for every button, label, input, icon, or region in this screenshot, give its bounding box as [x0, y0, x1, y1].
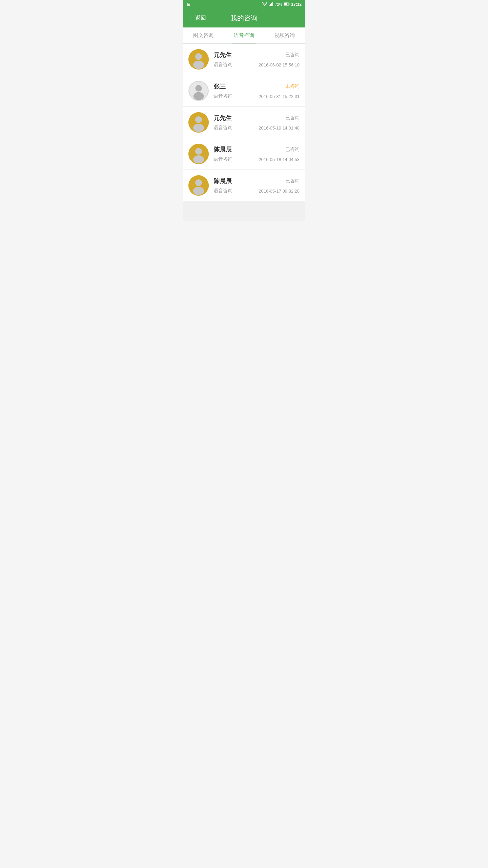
person-name: 元先生	[214, 114, 232, 122]
person-name: 张三	[214, 82, 226, 91]
status-badge: 已咨询	[285, 115, 300, 121]
svg-rect-0	[269, 5, 270, 6]
page-title: 我的咨询	[230, 14, 258, 23]
status-left: 🖥	[186, 2, 191, 7]
list-row-top: 陈晨辰 已咨询	[214, 145, 300, 154]
svg-rect-2	[271, 3, 272, 6]
consult-type: 语音咨询	[214, 125, 232, 131]
svg-point-18	[195, 148, 202, 155]
notification-icon: 🖥	[186, 2, 191, 7]
avatar	[188, 112, 209, 133]
list-row-top: 陈晨辰 已咨询	[214, 177, 300, 185]
svg-point-15	[195, 116, 202, 123]
status-badge: 已咨询	[285, 178, 300, 184]
tab-image-consult[interactable]: 图文咨询	[183, 27, 224, 43]
consult-time: 2016-06-02 15:56:10	[259, 62, 300, 67]
battery-text: 72%	[275, 2, 282, 6]
consult-list: 元先生 已咨询 语音咨询 2016-06-02 15:56:10 张三 未咨询	[183, 44, 305, 201]
battery-icon	[284, 2, 290, 6]
consult-time: 2016-05-31 15:22:31	[259, 94, 300, 99]
svg-rect-6	[289, 3, 290, 4]
svg-point-9	[193, 61, 204, 69]
consult-time: 2016-05-19 14:01:48	[259, 125, 300, 131]
back-button[interactable]: ← 返回	[188, 15, 206, 22]
list-item[interactable]: 张三 未咨询 语音咨询 2016-05-31 15:22:31	[183, 75, 305, 107]
list-item[interactable]: 陈晨辰 已咨询 语音咨询 2016-05-18 14:04:53	[183, 138, 305, 170]
status-badge: 已咨询	[285, 52, 300, 58]
signal-icon	[269, 2, 273, 7]
consult-type: 语音咨询	[214, 62, 232, 68]
status-right: 72% 17:12	[262, 2, 302, 7]
consult-time: 2016-05-18 14:04:53	[259, 157, 300, 162]
svg-point-21	[195, 179, 202, 186]
status-badge: 未咨询	[285, 83, 300, 90]
list-info: 陈晨辰 已咨询 语音咨询 2016-05-18 14:04:53	[214, 145, 300, 162]
list-item[interactable]: 元先生 已咨询 语音咨询 2016-05-19 14:01:48	[183, 107, 305, 138]
wifi-icon	[262, 2, 267, 7]
svg-rect-1	[270, 4, 271, 6]
list-item[interactable]: 陈晨辰 已咨询 语音咨询 2016-05-17 09:32:28	[183, 170, 305, 201]
list-item[interactable]: 元先生 已咨询 语音咨询 2016-06-02 15:56:10	[183, 44, 305, 75]
consult-type: 语音咨询	[214, 188, 232, 194]
list-row-top: 元先生 已咨询	[214, 51, 300, 59]
list-row-top: 元先生 已咨询	[214, 114, 300, 122]
list-row-bottom: 语音咨询 2016-05-19 14:01:48	[214, 125, 300, 131]
bottom-area	[183, 201, 305, 221]
person-name: 陈晨辰	[214, 177, 232, 185]
svg-point-11	[195, 85, 202, 92]
svg-point-16	[193, 124, 204, 132]
svg-rect-3	[272, 2, 273, 6]
avatar	[188, 144, 209, 164]
avatar	[188, 49, 209, 70]
svg-rect-5	[284, 3, 287, 5]
consult-time: 2016-05-17 09:32:28	[259, 189, 300, 194]
time-display: 17:12	[291, 2, 302, 7]
consult-type: 语音咨询	[214, 156, 232, 162]
list-row-bottom: 语音咨询 2016-05-31 15:22:31	[214, 93, 300, 99]
list-row-bottom: 语音咨询 2016-06-02 15:56:10	[214, 62, 300, 68]
person-name: 元先生	[214, 51, 232, 59]
list-row-bottom: 语音咨询 2016-05-17 09:32:28	[214, 188, 300, 194]
list-info: 张三 未咨询 语音咨询 2016-05-31 15:22:31	[214, 82, 300, 99]
list-info: 陈晨辰 已咨询 语音咨询 2016-05-17 09:32:28	[214, 177, 300, 194]
svg-point-22	[193, 187, 204, 195]
consult-type: 语音咨询	[214, 93, 232, 99]
tab-voice-label: 语音咨询	[234, 32, 254, 39]
list-info: 元先生 已咨询 语音咨询 2016-06-02 15:56:10	[214, 51, 300, 68]
status-badge: 已咨询	[285, 146, 300, 153]
tab-voice-consult[interactable]: 语音咨询	[224, 27, 264, 43]
svg-point-19	[193, 155, 204, 163]
svg-point-8	[195, 53, 202, 60]
svg-point-12	[194, 92, 204, 100]
person-name: 陈晨辰	[214, 145, 232, 154]
list-row-bottom: 语音咨询 2016-05-18 14:04:53	[214, 156, 300, 162]
header: ← 返回 我的咨询	[183, 8, 305, 27]
status-bar: 🖥 72% 17:12	[183, 0, 305, 8]
tab-bar: 图文咨询 语音咨询 视频咨询	[183, 27, 305, 44]
tab-image-label: 图文咨询	[193, 32, 214, 39]
tab-video-consult[interactable]: 视频咨询	[264, 27, 305, 43]
list-row-top: 张三 未咨询	[214, 82, 300, 91]
avatar	[188, 81, 209, 101]
list-info: 元先生 已咨询 语音咨询 2016-05-19 14:01:48	[214, 114, 300, 131]
avatar	[188, 175, 209, 196]
tab-video-label: 视频咨询	[274, 32, 295, 39]
